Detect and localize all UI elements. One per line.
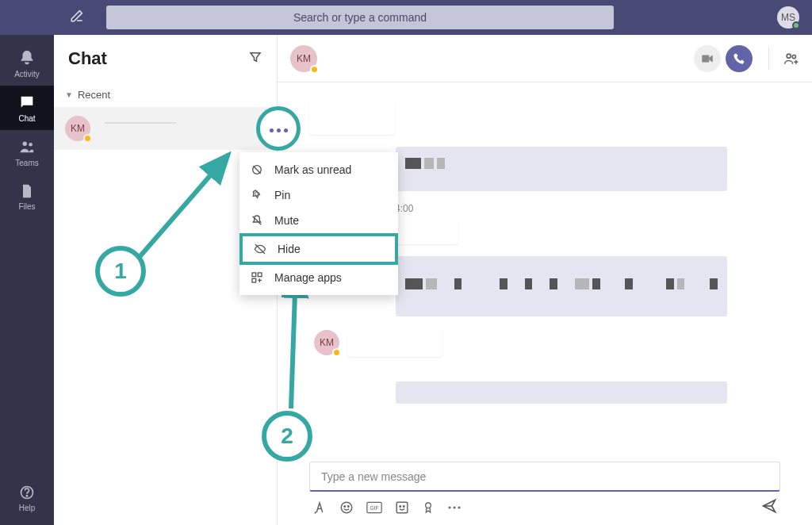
message-sent[interactable] <box>395 146 728 192</box>
svg-point-8 <box>348 506 350 508</box>
more-icon <box>268 121 289 136</box>
svg-point-3 <box>26 495 27 496</box>
rail-files[interactable]: Files <box>0 174 54 219</box>
praise-icon[interactable] <box>422 500 435 515</box>
presence-away-icon <box>310 65 319 74</box>
message-avatar: KM <box>314 330 339 355</box>
menu-mark-unread-label: Mark as unread <box>274 163 351 176</box>
svg-point-15 <box>449 507 451 509</box>
rail-teams[interactable]: Teams <box>0 130 54 174</box>
recent-label: Recent <box>78 89 110 101</box>
message-timestamp: 4:00 <box>395 203 780 214</box>
svg-rect-20 <box>258 273 262 277</box>
chat-more-button[interactable] <box>256 106 301 151</box>
sticker-icon[interactable] <box>395 500 409 515</box>
menu-pin-label: Pin <box>274 189 290 201</box>
mute-icon <box>251 214 268 227</box>
emoji-icon[interactable] <box>339 500 354 515</box>
menu-mute-label: Mute <box>274 214 299 227</box>
peer-avatar: KM <box>65 116 90 141</box>
chat-header-avatar[interactable]: KM <box>290 45 317 72</box>
svg-point-0 <box>23 141 28 146</box>
annotation-callout-2: 2 <box>262 411 312 462</box>
message-sent[interactable] <box>395 217 458 244</box>
chat-header: KM <box>278 35 812 82</box>
svg-rect-19 <box>252 273 256 277</box>
message-sent[interactable] <box>395 381 728 404</box>
menu-pin[interactable]: Pin <box>239 182 398 208</box>
svg-point-12 <box>400 506 401 508</box>
audio-call-button[interactable] <box>726 45 753 72</box>
chat-header-initials: KM <box>297 53 311 64</box>
svg-rect-21 <box>252 278 256 282</box>
message-received[interactable] <box>309 98 395 135</box>
rail-help-label: Help <box>19 504 36 512</box>
chat-list-title: Chat <box>68 48 107 69</box>
presence-away-icon <box>332 348 341 357</box>
menu-hide[interactable]: Hide <box>239 233 398 265</box>
menu-mute[interactable]: Mute <box>239 208 398 233</box>
app-rail: Activity Chat Teams Files Help <box>0 35 54 525</box>
rail-chat[interactable]: Chat <box>0 86 54 130</box>
callout-2-number: 2 <box>281 423 293 449</box>
message-sent[interactable] <box>395 255 728 317</box>
annotation-callout-1: 1 <box>95 246 146 297</box>
svg-text:GIF: GIF <box>370 505 378 511</box>
pin-icon <box>251 189 268 201</box>
search-placeholder: Search or type a command <box>293 11 427 24</box>
search-input[interactable]: Search or type a command <box>106 6 614 29</box>
rail-files-label: Files <box>18 202 35 211</box>
chat-list-item[interactable]: KM <box>54 107 277 150</box>
format-icon[interactable] <box>312 500 327 515</box>
hide-icon <box>254 243 271 255</box>
send-button[interactable] <box>761 498 777 517</box>
svg-point-7 <box>344 506 346 508</box>
presence-available-icon <box>792 21 800 29</box>
more-compose-icon[interactable] <box>447 505 462 510</box>
top-bar: Search or type a command MS <box>0 0 812 35</box>
rail-help[interactable]: Help <box>0 476 54 520</box>
chat-preview-redacted <box>105 122 176 124</box>
composer-input[interactable]: Type a new message <box>309 462 780 492</box>
svg-point-1 <box>29 142 33 146</box>
apps-icon <box>251 271 268 284</box>
svg-point-6 <box>341 502 352 513</box>
svg-point-17 <box>458 507 461 509</box>
svg-point-13 <box>404 506 405 508</box>
svg-point-4 <box>787 54 791 58</box>
callout-1-number: 1 <box>114 259 127 284</box>
chat-context-menu: Mark as unread Pin Mute Hide Manage apps <box>239 152 398 295</box>
message-received[interactable] <box>347 328 442 357</box>
rail-teams-label: Teams <box>15 159 38 167</box>
svg-point-16 <box>454 507 456 509</box>
mark-unread-icon <box>251 163 268 176</box>
current-user-avatar[interactable]: MS <box>777 6 799 29</box>
svg-point-5 <box>792 55 795 58</box>
menu-mark-unread[interactable]: Mark as unread <box>239 157 398 182</box>
gif-icon[interactable]: GIF <box>366 501 382 514</box>
add-people-button[interactable] <box>768 48 799 70</box>
message-composer: Type a new message GIF <box>278 454 812 525</box>
menu-manage-apps[interactable]: Manage apps <box>239 265 398 290</box>
chevron-down-icon: ▼ <box>65 90 73 99</box>
peer-initials: KM <box>71 123 85 134</box>
rail-activity[interactable]: Activity <box>0 41 54 86</box>
rail-activity-label: Activity <box>14 70 40 79</box>
composer-placeholder: Type a new message <box>321 470 426 483</box>
presence-away-icon <box>83 134 92 143</box>
menu-hide-label: Hide <box>278 243 301 255</box>
video-call-button[interactable] <box>694 45 721 72</box>
svg-point-14 <box>426 503 431 508</box>
filter-icon[interactable] <box>248 50 262 67</box>
message-avatar-initials: KM <box>320 337 334 348</box>
rail-chat-label: Chat <box>18 114 35 123</box>
composer-toolbar: GIF <box>309 492 780 517</box>
recent-header[interactable]: ▼ Recent <box>54 82 277 107</box>
menu-manage-apps-label: Manage apps <box>274 271 342 284</box>
chat-list-header: Chat <box>54 35 277 82</box>
svg-rect-11 <box>396 502 408 513</box>
compose-button[interactable] <box>70 9 84 26</box>
